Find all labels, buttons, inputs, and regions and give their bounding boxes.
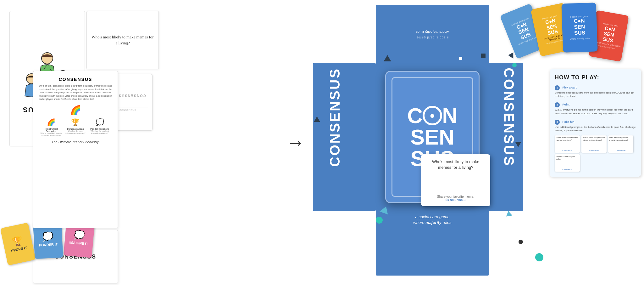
blue-q-brand: C●NSENSUS (426, 198, 486, 202)
tagline-card-game: card game (430, 214, 449, 219)
left-section: CONSENSUS Who's most likely to make meme… (0, 0, 283, 285)
cat-desc-3: Who has the toughest time with lonelines… (89, 130, 111, 135)
nsfw-deck-title: C●NSENSUS (545, 18, 558, 36)
tiny-card-4: Prove it: Show us your selfie. C●NSENSUS (555, 154, 580, 172)
tiny-card-1: Who's more likely to make memes for a li… (555, 135, 580, 153)
tiny-card-4-brand: C●NSENSUS (556, 168, 579, 171)
cat-card-prove: 🏆 PROVE IT (0, 223, 36, 265)
upside-consensus-text: CONSENSUS (118, 94, 146, 98)
triangle-deco-1 (384, 55, 391, 61)
circle-deco-1 (503, 52, 509, 58)
instr-subtitle: The Ultimate Test of Friendship (39, 140, 112, 144)
direction-arrow: → (286, 132, 305, 153)
question-text-left: Who's most likely to make memes for a li… (92, 34, 154, 46)
instr-categories: 🌈 Hypothetical Scenarios Who is most lik… (39, 118, 112, 137)
imagine-icon: 💭 (74, 230, 86, 241)
circle-deco-5 (512, 63, 517, 67)
htp-num-2: 2 (555, 102, 560, 107)
consensus-text-left: CONSENSUS (327, 68, 343, 167)
tagline-majority: majority (425, 220, 441, 225)
blue-q-subtext: Share your favorite meme. (426, 195, 486, 198)
htp-num-3: 3 (555, 120, 560, 125)
htp-label-3: Poke fun (562, 120, 574, 123)
rainbow-icon: 🌈 (70, 105, 81, 115)
tiny-card-2: Who is most likely to solve crimes on th… (581, 135, 607, 153)
consensus-text-right: CONSENSUS (501, 68, 517, 167)
expansion-deck-blue: a social card game C●NSENSUS where major… (561, 3, 597, 53)
square-deco-1 (481, 54, 486, 58)
tiny-card-1-text: Who's more likely to make memes for a li… (556, 137, 579, 142)
htp-text-2: 3, 2, 1, everyone points at the person t… (555, 108, 636, 115)
blue-deck-where: where majority rules (570, 37, 590, 40)
cat-icon-2: 🏆 (64, 118, 86, 127)
imagine-label: IMAGINE IT (69, 241, 88, 246)
diamond-deco-1 (514, 214, 519, 219)
htp-step-1: 1 Pick a card Someone chooses a card fro… (555, 84, 636, 98)
blue-deck-title: C●NSENSUS (574, 18, 586, 36)
upside-a-social: a social card game (416, 36, 448, 39)
cat-label-2: Demonstrations (64, 128, 86, 130)
triangle-deco-5 (314, 117, 320, 122)
tiny-card-1-brand: C●NSENSUS (556, 150, 579, 152)
bottom-tagline: a social card game where majority rules (413, 214, 451, 225)
upside-where: where majority rules (416, 30, 449, 34)
question-card-blue: Who's most likely to make memes for a li… (421, 154, 490, 206)
blue-deck-subtitle: a social card game (570, 15, 588, 18)
tiny-card-2-text: Who is most likely to solve crimes on th… (583, 137, 605, 142)
extra-deck-title: C●NSENSUS (516, 21, 531, 40)
tagline-rules: rules (443, 220, 452, 225)
instr-cat-2: 🏆 Demonstrations Who has the most follow… (64, 118, 86, 137)
instr-cat-1: 🌈 Hypothetical Scenarios Who is most lik… (40, 118, 62, 137)
prove-icon: 🏆 (11, 236, 24, 247)
cat-icon-3: 💭 (89, 118, 111, 127)
svg-point-0 (42, 53, 53, 64)
right-section: a social card game where majority rules … (308, 0, 644, 285)
tiny-card-3: Who has changed the most in the past yea… (608, 135, 633, 153)
square-deco-2 (459, 57, 462, 60)
htp-text-3: Use additional prompts at the bottom of … (555, 125, 636, 132)
arrow-section: → (283, 0, 308, 285)
instr-cat-3: 💭 Ponder Questions Who has the toughest … (89, 118, 111, 137)
htp-num-1: 1 (555, 85, 560, 90)
upside-small-consensus: — CONSENSUS (116, 107, 148, 111)
triangle-deco-4 (505, 210, 512, 216)
tiny-card-3-brand: C●NSENSUS (609, 150, 632, 152)
cat-desc-2: Who has the most followers on Instagram? (64, 130, 86, 135)
blue-question-text: Who's most likely to make memes for a li… (426, 159, 486, 170)
blue-top-upside-text: a social card game where majority rules (416, 30, 449, 39)
blue-left-panel (313, 63, 376, 211)
tiny-card-3-text: Who has changed the most in the past yea… (609, 137, 632, 142)
ponder-label: PONDER IT (39, 242, 58, 247)
circle-deco-3 (519, 240, 523, 244)
cat-icon-1: 🌈 (40, 118, 62, 127)
instr-body: On their turn, each player picks a card … (39, 84, 112, 101)
cat-label-1: Hypothetical Scenarios (40, 128, 62, 132)
circle-deco-4 (535, 253, 543, 261)
htp-label-2: Point (562, 103, 569, 106)
htp-step-3: 3 Poke fun Use additional prompts at the… (555, 118, 636, 132)
diamond-deco-2 (531, 241, 538, 248)
main-container: CONSENSUS Who's most likely to make meme… (0, 0, 644, 285)
blue-bottom-panel: a social card game where majority rules (376, 209, 489, 276)
instruction-card: CONSENSUS On their turn, each player pic… (33, 71, 118, 228)
htp-step-2: 2 Point 3, 2, 1, everyone points at the … (555, 101, 636, 115)
small-cards-grid: Who's more likely to make memes for a li… (555, 135, 636, 172)
cat-label-3: Ponder Questions (89, 128, 111, 130)
htp-label-1: Pick a card (562, 86, 577, 89)
htp-title: HOW TO PLAY: (555, 74, 636, 81)
how-to-play-panel: HOW TO PLAY: 1 Pick a card Someone choos… (550, 69, 641, 177)
tagline-a-social: a social (415, 214, 429, 219)
ponder-icon: 💭 (42, 232, 54, 242)
tagline-where: where (413, 220, 424, 225)
red-deck-title: C●NSENSUS (602, 25, 616, 43)
circle-deco-2 (376, 217, 383, 224)
question-card-left: Who's most likely to make memes for a li… (86, 11, 159, 69)
tiny-card-4-text: Prove it: Show us your selfie. (556, 156, 579, 161)
instr-title: CONSENSUS (39, 77, 112, 82)
tiny-card-2-brand: C●NSENSUS (583, 150, 605, 152)
htp-text-1: Someone chooses a card from our awesome … (555, 91, 636, 98)
cat-desc-1: Who is most likely to walk a mile for a … (40, 132, 62, 137)
blue-top-panel: a social card game where majority rules (376, 5, 489, 65)
